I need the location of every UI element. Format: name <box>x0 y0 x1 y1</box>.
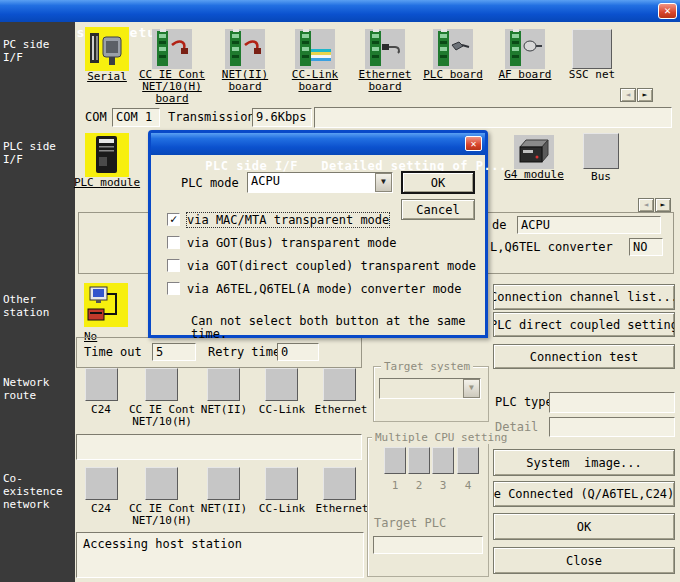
checkbox-got-direct[interactable]: via GOT(direct coupled) transparent mode <box>167 259 476 273</box>
plc-if-g4-module[interactable]: G4 module <box>498 135 570 181</box>
retry-times-label: Retry times <box>208 346 287 359</box>
pc-if-ccie-board[interactable]: CC IE Cont NET/10(H) board <box>138 29 206 105</box>
main-close-button[interactable]: Close <box>493 547 675 574</box>
cpu-slot-1[interactable] <box>384 447 406 474</box>
plc-mode-combobox[interactable]: ACPU ▼ <box>247 172 393 193</box>
com-port-field[interactable]: COM 1 <box>112 108 160 127</box>
coexistence-c24[interactable] <box>85 467 118 500</box>
cpu-slot-3-label: 3 <box>432 480 454 492</box>
cpu-slot-2[interactable] <box>408 447 430 474</box>
transmission-speed-field[interactable]: 9.6Kbps <box>252 108 312 127</box>
cpu-slot-2-label: 2 <box>408 480 430 492</box>
plc-direct-coupled-setting-label: PLC direct coupled setting <box>493 318 675 332</box>
status-box: Accessing host station <box>76 532 364 578</box>
plc-mode-value: ACPU <box>248 173 375 192</box>
transmission-label: Transmission <box>168 111 255 124</box>
coexistence-ethernet[interactable] <box>323 467 356 500</box>
target-plc-field <box>373 536 483 554</box>
sidebar-label-coexistence-network: Co-existence network <box>3 472 75 511</box>
system-image-button[interactable]: System image... <box>493 449 675 476</box>
cpu-slot-4[interactable] <box>457 447 479 474</box>
network-route-c24[interactable] <box>85 368 118 401</box>
main-ok-label: OK <box>577 520 591 534</box>
network-route-ethernet[interactable] <box>323 368 356 401</box>
dialog-titlebar: PLC side I/F Detailed setting of P... <box>151 133 485 155</box>
pc-if-scroll-left-icon[interactable]: ◄ <box>620 88 636 102</box>
cpu-slot-1-label: 1 <box>384 480 406 492</box>
checkbox-a6tel-converter-box[interactable] <box>167 282 180 295</box>
checkbox-a6tel-converter[interactable]: via A6TEL,Q6TEL(A mode) converter mode <box>167 282 462 296</box>
plc-if-scroll-left-icon[interactable]: ◄ <box>638 198 654 212</box>
plc-if-plc-module-label: PLC module <box>73 177 141 189</box>
network-route-field <box>76 434 362 460</box>
cpu-slot-3[interactable] <box>432 447 454 474</box>
checkbox-mac-mta-box[interactable]: ✓ <box>167 213 180 226</box>
checkbox-got-direct-box[interactable] <box>167 259 180 272</box>
network-route-ccie[interactable] <box>145 368 178 401</box>
main-close-label: Close <box>566 554 602 568</box>
sidebar-label-network-route: Network route <box>3 376 75 402</box>
target-system-combobox[interactable]: ▼ <box>379 378 481 399</box>
serial-port-icon <box>85 27 129 71</box>
plc-if-bus[interactable]: Bus <box>580 133 622 183</box>
connection-channel-list-button[interactable]: Connection channel list... <box>493 284 675 310</box>
target-system-dropdown-icon[interactable]: ▼ <box>463 379 480 398</box>
plc-mode-label: PLC mode <box>181 177 239 190</box>
line-connected-button[interactable]: ine Connected (Q/A6TEL,C24).. <box>493 481 675 507</box>
pc-if-ssc-net[interactable]: SSC net <box>558 29 626 81</box>
other-station-no[interactable]: No <box>84 283 128 343</box>
plc-mode-dropdown-icon[interactable]: ▼ <box>375 173 392 192</box>
plc-mode-label-fragment: de <box>492 219 506 232</box>
dialog-ok-label: OK <box>431 176 445 190</box>
window-close-icon[interactable]: ✕ <box>658 3 677 19</box>
plc-direct-coupled-setting-button[interactable]: PLC direct coupled setting <box>493 312 675 337</box>
ethernet-board-icon <box>365 29 405 69</box>
plc-if-scroll-right-icon[interactable]: ► <box>655 198 671 212</box>
pc-if-af-board[interactable]: AF board <box>491 29 559 81</box>
timeout-field[interactable]: 5 <box>152 343 196 361</box>
plc-if-bus-label: Bus <box>580 171 622 183</box>
cpu-slot-4-label: 4 <box>457 480 479 492</box>
checkbox-got-bus[interactable]: via GOT(Bus) transparent mode <box>167 236 397 250</box>
bus-icon <box>583 133 619 169</box>
network-route-net2-label: NET(II) <box>192 404 256 416</box>
coexistence-ccie[interactable] <box>145 467 178 500</box>
ssc-net-icon <box>572 29 612 69</box>
timeout-label: Time out <box>84 346 142 359</box>
pc-if-net2-board-label: NET(II) board <box>211 69 279 93</box>
coexistence-cclink-label: CC-Link <box>251 503 313 515</box>
checkbox-a6tel-converter-label: via A6TEL,Q6TEL(A mode) converter mode <box>187 282 462 296</box>
plc-type-field <box>549 392 675 413</box>
coexistence-cclink[interactable] <box>265 467 298 500</box>
retry-times-field[interactable]: 0 <box>277 343 319 361</box>
dialog-cancel-label: Cancel <box>416 203 459 217</box>
pc-if-scroll-right-icon[interactable]: ► <box>637 88 653 102</box>
plc-if-plc-module[interactable]: PLC module <box>73 133 141 189</box>
connection-test-label: Connection test <box>530 350 638 364</box>
pc-if-net2-board[interactable]: NET(II) board <box>211 29 279 93</box>
connection-test-button[interactable]: Connection test <box>493 344 675 369</box>
pc-if-af-board-label: AF board <box>491 69 559 81</box>
pc-if-ethernet-board[interactable]: Ethernet board <box>351 29 419 93</box>
dialog-note: Can not select both button at the same t… <box>191 315 485 341</box>
main-ok-button[interactable]: OK <box>493 513 675 540</box>
pc-if-serial[interactable]: Serial <box>73 27 141 83</box>
checkbox-got-bus-box[interactable] <box>167 236 180 249</box>
g4-module-icon <box>514 135 554 169</box>
dialog-close-icon[interactable]: ✕ <box>465 136 482 151</box>
network-route-cclink[interactable] <box>265 368 298 401</box>
target-system-value <box>380 379 463 398</box>
dialog-ok-button[interactable]: OK <box>401 171 475 194</box>
cclink-board-icon <box>295 29 335 69</box>
network-route-net2[interactable] <box>207 368 240 401</box>
dialog-cancel-button[interactable]: Cancel <box>401 199 475 220</box>
sidebar: PC side I/F PLC side I/F Other station N… <box>0 22 75 582</box>
converter-label-fragment: L,Q6TEL converter <box>490 241 613 254</box>
checkbox-mac-mta[interactable]: ✓ via MAC/MTA transparent mode <box>167 213 389 227</box>
plc-module-icon <box>85 133 129 177</box>
system-image-label: System image... <box>526 456 642 470</box>
pc-if-cclink-board[interactable]: CC-Link board <box>281 29 349 93</box>
pc-if-plc-board[interactable]: PLC board <box>419 29 487 81</box>
ccie-board-icon <box>152 29 192 69</box>
coexistence-net2[interactable] <box>207 467 240 500</box>
